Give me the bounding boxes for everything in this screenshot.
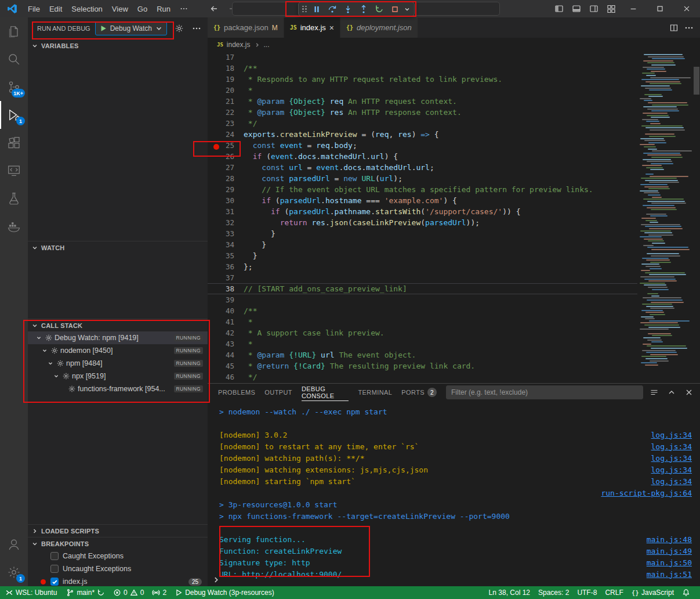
line-gutter[interactable]: 34 xyxy=(208,240,244,249)
source-link[interactable]: log.js:34 xyxy=(651,466,692,474)
stop-dropdown-icon[interactable] xyxy=(404,6,411,13)
console-line[interactable]: [nodemon] watching path(s): **/*log.js:3… xyxy=(208,452,700,464)
line-gutter[interactable]: 42 xyxy=(208,329,244,337)
line-gutter[interactable]: 22 xyxy=(208,108,244,117)
code-line[interactable]: 33 } xyxy=(208,228,637,239)
toolbar-grip-icon[interactable] xyxy=(302,6,307,13)
minimap[interactable] xyxy=(637,52,693,383)
console-line[interactable]: > nodemon --watch ./ --exec npm start xyxy=(208,406,700,417)
code-line[interactable]: 29 // If the event object URL matches a … xyxy=(208,184,637,195)
code-line[interactable]: 44 * @param {!URL} url The event object. xyxy=(208,349,637,360)
ports-indicator[interactable]: 2 xyxy=(148,586,171,599)
panel-tab-problems[interactable]: PROBLEMS xyxy=(218,384,255,401)
line-gutter[interactable]: 21 xyxy=(208,97,244,106)
source-link[interactable]: main.js:51 xyxy=(647,570,692,579)
toggle-panel-icon[interactable] xyxy=(568,0,585,17)
stop-button[interactable] xyxy=(388,3,402,15)
console-line[interactable]: Function: createLinkPreviewmain.js:49 xyxy=(208,545,700,557)
editor-scrollbar[interactable] xyxy=(693,52,700,383)
line-gutter[interactable]: 17 xyxy=(208,53,244,62)
nav-back-icon[interactable] xyxy=(208,2,220,15)
loaded-scripts-section-header[interactable]: LOADED SCRIPTS xyxy=(28,524,208,537)
breakpoint-checkbox[interactable] xyxy=(50,552,59,560)
line-gutter[interactable]: 23 xyxy=(208,119,244,128)
call-stack-item[interactable]: functions-framework [954...RUNNING xyxy=(28,383,208,395)
debug-session-indicator[interactable]: Debug Watch (3p-resources) xyxy=(171,586,278,599)
line-gutter[interactable]: 43 xyxy=(208,340,244,348)
code-line[interactable]: 17 xyxy=(208,52,637,63)
tab-deployment-json[interactable]: {}deployment.json xyxy=(340,17,418,38)
line-gutter[interactable]: 19 xyxy=(208,75,244,84)
line-gutter[interactable]: 20 xyxy=(208,86,244,95)
activity-source-control-icon[interactable]: 1K+ xyxy=(0,73,28,101)
breakpoint-checkbox[interactable] xyxy=(50,565,59,573)
variables-section-header[interactable]: VARIABLES xyxy=(28,39,208,52)
activity-remote-explorer-icon[interactable] xyxy=(0,157,28,185)
code-line[interactable]: 31 if (parsedUrl.pathname.startsWith('/s… xyxy=(208,206,637,217)
line-gutter[interactable]: 39 xyxy=(208,295,244,304)
line-gutter[interactable]: 27 xyxy=(208,163,244,172)
line-gutter[interactable]: 46 xyxy=(208,373,244,381)
menu-selection[interactable]: Selection xyxy=(67,2,107,16)
maximize-button[interactable] xyxy=(647,0,673,17)
menu-go[interactable]: Go xyxy=(133,2,152,16)
source-link[interactable]: main.js:50 xyxy=(647,558,692,567)
console-input-chevron-icon[interactable] xyxy=(212,576,220,584)
menu-run[interactable]: Run xyxy=(152,2,175,16)
code-line[interactable]: 42 * A support case link preview. xyxy=(208,327,637,338)
source-link[interactable]: run-script-pkg.js:64 xyxy=(601,489,692,497)
indentation-indicator[interactable]: Spaces: 2 xyxy=(534,586,573,599)
console-line[interactable] xyxy=(208,522,700,533)
restart-button[interactable] xyxy=(372,3,386,15)
code-line[interactable]: 45 * @return {!Card} The resulting previ… xyxy=(208,360,637,371)
panel-tab-output[interactable]: OUTPUT xyxy=(264,384,292,401)
console-line[interactable]: [nodemon] 3.0.2log.js:34 xyxy=(208,429,700,441)
console-line[interactable]: [nodemon] starting `npm start`log.js:34 xyxy=(208,475,700,487)
line-gutter[interactable]: 44 xyxy=(208,351,244,359)
eol-indicator[interactable]: CRLF xyxy=(601,586,627,599)
source-link[interactable]: main.js:49 xyxy=(647,547,692,555)
console-line[interactable]: run-script-pkg.js:64 xyxy=(208,487,700,499)
line-gutter[interactable]: 25 xyxy=(208,141,244,150)
breakpoints-section-header[interactable]: BREAKPOINTS xyxy=(28,537,208,550)
step-over-button[interactable] xyxy=(325,3,339,15)
line-gutter[interactable]: 18 xyxy=(208,64,244,73)
git-branch-indicator[interactable]: main* xyxy=(62,586,109,599)
tab-package-json[interactable]: {}package.jsonM xyxy=(208,17,284,38)
customize-layout-icon[interactable] xyxy=(603,0,620,17)
editor-more-actions-icon[interactable] xyxy=(683,21,695,34)
activity-testing-icon[interactable] xyxy=(0,185,28,212)
code-line[interactable]: 34 } xyxy=(208,239,637,250)
console-line[interactable]: URL: http://localhost:9000/main.js:51 xyxy=(208,568,700,580)
breakpoint-item[interactable]: Uncaught Exceptions xyxy=(28,562,208,575)
console-line[interactable] xyxy=(208,417,700,429)
line-gutter[interactable]: 26 xyxy=(208,152,244,161)
encoding-indicator[interactable]: UTF-8 xyxy=(573,586,601,599)
call-stack-item[interactable]: nodemon [9450]RUNNING xyxy=(28,344,208,357)
activity-settings-icon[interactable]: 1 xyxy=(0,558,28,586)
code-line[interactable]: 18/** xyxy=(208,63,637,74)
line-gutter[interactable]: 41 xyxy=(208,317,244,326)
tab-index-js[interactable]: JSindex.js× xyxy=(284,17,340,38)
split-editor-icon[interactable] xyxy=(668,21,680,34)
code-line[interactable]: 36}; xyxy=(208,261,637,272)
line-gutter[interactable]: 32 xyxy=(208,218,244,227)
scrollbar-thumb[interactable] xyxy=(694,67,699,95)
code-line[interactable]: 20 * xyxy=(208,85,637,96)
views-more-actions-icon[interactable] xyxy=(190,22,203,35)
source-link[interactable]: log.js:34 xyxy=(651,454,692,463)
line-gutter[interactable]: 37 xyxy=(208,273,244,282)
code-line[interactable]: 41 * xyxy=(208,316,637,327)
line-gutter[interactable]: 36 xyxy=(208,262,244,271)
code-line[interactable]: 23 */ xyxy=(208,118,637,129)
source-link[interactable]: log.js:34 xyxy=(651,431,692,439)
code-line[interactable]: 22 * @param {Object} res An HTTP respons… xyxy=(208,107,637,118)
code-line[interactable]: 24exports.createLinkPreview = (req, res)… xyxy=(208,129,637,140)
maximize-panel-icon[interactable] xyxy=(665,386,678,399)
code-line[interactable]: 38// [START add_ons_case_preview_link] xyxy=(208,283,637,294)
menu-edit[interactable]: Edit xyxy=(45,2,67,16)
line-gutter[interactable]: 38 xyxy=(208,284,244,293)
toggle-sidebar-icon[interactable] xyxy=(550,0,568,17)
code-line[interactable]: 25 const event = req.body; xyxy=(208,140,637,151)
code-line[interactable]: 40/** xyxy=(208,305,637,316)
